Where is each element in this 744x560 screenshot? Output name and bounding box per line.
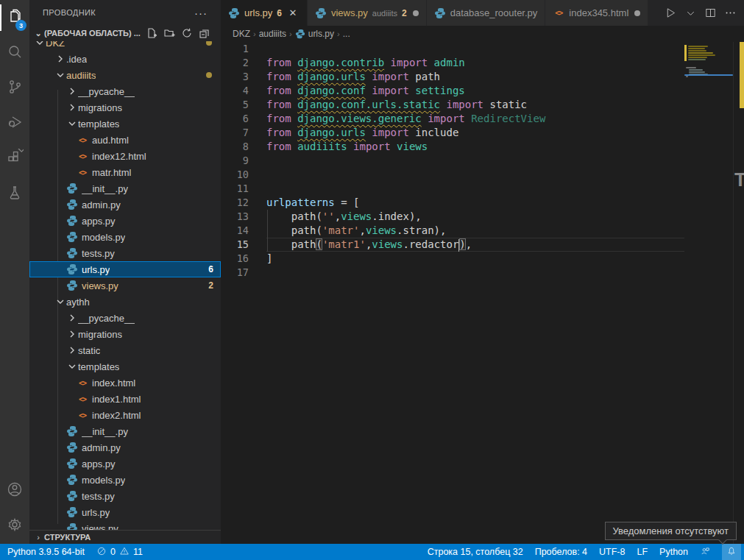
tree-item-index.html[interactable]: <>index.html <box>29 375 221 391</box>
breadcrumb-item-DKZ[interactable]: DKZ <box>233 29 250 39</box>
code-line-14[interactable]: path('matr',views.stran), <box>266 224 684 238</box>
code-line-8[interactable]: from audiiits import views <box>266 140 684 154</box>
tree-item-apps.py[interactable]: apps.py <box>29 213 221 229</box>
tree-item-views.py[interactable]: views.py2 <box>29 277 221 294</box>
chevron-right-icon[interactable] <box>66 344 78 356</box>
split-editor-icon[interactable] <box>704 7 717 19</box>
tree-item-.idea[interactable]: .idea <box>29 51 221 67</box>
tree-item-aythh[interactable]: aythh <box>29 294 221 310</box>
chevron-right-icon[interactable] <box>54 53 66 65</box>
tab-database_roouter.py[interactable]: database_roouter.py <box>427 0 546 26</box>
tree-item-__init__.py[interactable]: __init__.py <box>29 423 221 439</box>
tree-item-templates[interactable]: templates <box>29 116 221 132</box>
tree-item-index1.html[interactable]: <>index1.html <box>29 391 221 407</box>
tree-item-tests.py[interactable]: tests.py <box>29 488 221 504</box>
chevron-down-icon[interactable] <box>34 41 46 49</box>
activity-bar-item-source-control[interactable] <box>0 71 29 106</box>
explorer-more-actions-icon[interactable]: ··· <box>194 7 208 19</box>
chevron-right-icon[interactable] <box>66 328 78 340</box>
code-line-15[interactable]: path('matr1',views.redactor), <box>266 238 684 252</box>
code-line-11[interactable] <box>266 182 684 196</box>
code-line-9[interactable] <box>266 154 684 168</box>
code-line-13[interactable]: path('',views.index), <box>266 210 684 224</box>
tree-item-matr.html[interactable]: <>matr.html <box>29 164 221 180</box>
outline-section-header[interactable]: › СТРУКТУРА <box>29 530 221 544</box>
close-icon[interactable]: ✕ <box>286 7 300 20</box>
code-line-6[interactable]: from django.views.generic import Redirec… <box>266 112 684 126</box>
status-problems[interactable]: 011 <box>96 546 143 559</box>
tree-item-index12.html[interactable]: <>index12.html <box>29 148 221 164</box>
activity-bar-item-extensions[interactable] <box>0 141 29 177</box>
status-python-interpreter[interactable]: Python 3.9.5 64-bit <box>7 547 85 557</box>
dirty-dot-icon[interactable] <box>634 10 640 16</box>
workspace-section-header[interactable]: ⌄ (РАБОЧАЯ ОБЛАСТЬ) ... <box>29 25 221 41</box>
run-dropdown-chevron-icon[interactable] <box>684 7 697 19</box>
breadcrumb-item-urls.py[interactable]: urls.py <box>295 29 334 39</box>
tree-item-aud.html[interactable]: <>aud.html <box>29 132 221 148</box>
status-encoding[interactable]: UTF-8 <box>599 547 625 557</box>
tree-item-views.py[interactable]: views.py <box>29 520 221 530</box>
chevron-down-icon[interactable] <box>54 296 66 308</box>
tree-item-tests.py[interactable]: tests.py <box>29 245 221 261</box>
tree-item-migrations[interactable]: migrations <box>29 326 221 342</box>
tab-urls.py[interactable]: urls.py6✕ <box>221 0 308 26</box>
tab-views.py[interactable]: views.pyaudiiits2 <box>308 0 427 26</box>
editor-scrollbar[interactable]: T <box>733 42 744 544</box>
status-indentation[interactable]: Пробелов: 4 <box>535 547 587 557</box>
status-feedback[interactable] <box>700 546 710 559</box>
tree-item-models.py[interactable]: models.py <box>29 472 221 488</box>
tree-item-DKZ[interactable]: DKZ <box>29 41 221 51</box>
activity-bar-item-search[interactable] <box>0 35 29 71</box>
tree-item-migrations[interactable]: migrations <box>29 99 221 116</box>
activity-bar-item-explorer[interactable]: 3 <box>0 0 29 35</box>
activity-bar-item-testing[interactable] <box>0 177 29 212</box>
new-folder-icon[interactable] <box>162 26 177 40</box>
code-line-17[interactable] <box>266 266 684 280</box>
tree-item-index2.html[interactable]: <>index2.html <box>29 407 221 423</box>
code-line-3[interactable]: from django.urls import path <box>266 70 684 84</box>
activity-bar-item-settings-gear[interactable] <box>0 508 29 544</box>
tab-index345.html[interactable]: <>index345.html <box>545 0 648 26</box>
chevron-right-icon[interactable] <box>66 85 78 97</box>
breadcrumb-item-...[interactable]: ... <box>343 29 350 39</box>
chevron-right-icon[interactable] <box>66 312 78 324</box>
breadcrumb-item-audiiits[interactable]: audiiits <box>259 29 286 39</box>
tree-item-audiiits[interactable]: audiiits <box>29 67 221 83</box>
tree-item-templates[interactable]: templates <box>29 358 221 375</box>
tree-item-__pycache__[interactable]: __pycache__ <box>29 310 221 326</box>
refresh-icon[interactable] <box>180 26 194 40</box>
code-line-7[interactable]: from django.urls import include <box>266 126 684 140</box>
code-editor[interactable]: 1234567891011121314151617 from django.co… <box>221 42 744 544</box>
status-eol[interactable]: LF <box>637 547 648 557</box>
code-line-10[interactable] <box>266 168 684 182</box>
more-actions-icon[interactable] <box>724 7 737 19</box>
activity-bar-item-run-debug[interactable] <box>0 106 29 141</box>
tree-item-admin.py[interactable]: admin.py <box>29 196 221 213</box>
code-line-5[interactable]: from django.conf.urls.static import stat… <box>266 98 684 112</box>
activity-bar-item-account[interactable] <box>0 473 29 508</box>
code-line-16[interactable]: ] <box>266 252 684 266</box>
tree-item-urls.py[interactable]: urls.py6 <box>29 261 221 277</box>
chevron-down-icon[interactable] <box>54 69 66 81</box>
code-line-2[interactable]: from django.contrib import admin <box>266 56 684 70</box>
code-line-1[interactable] <box>266 42 684 56</box>
new-file-icon[interactable] <box>144 26 159 40</box>
tree-item-__pycache__[interactable]: __pycache__ <box>29 83 221 99</box>
status-language-mode[interactable]: Python <box>659 547 688 557</box>
chevron-down-icon[interactable] <box>66 361 78 372</box>
tree-item-urls.py[interactable]: urls.py <box>29 504 221 520</box>
chevron-right-icon[interactable] <box>66 102 78 113</box>
tree-item-apps.py[interactable]: apps.py <box>29 456 221 472</box>
dirty-dot-icon[interactable] <box>413 10 419 16</box>
run-icon[interactable] <box>665 7 677 19</box>
tree-item-models.py[interactable]: models.py <box>29 229 221 245</box>
status-cursor-position[interactable]: Строка 15, столбец 32 <box>428 547 523 557</box>
tree-item-admin.py[interactable]: admin.py <box>29 439 221 456</box>
status-notifications-bell[interactable] <box>722 544 741 560</box>
minimap[interactable] <box>684 42 733 544</box>
code-line-4[interactable]: from django.conf import settings <box>266 84 684 98</box>
tree-item-__init__.py[interactable]: __init__.py <box>29 180 221 196</box>
tree-item-static[interactable]: static <box>29 342 221 358</box>
collapse-all-icon[interactable] <box>197 26 212 40</box>
chevron-down-icon[interactable] <box>66 118 78 130</box>
